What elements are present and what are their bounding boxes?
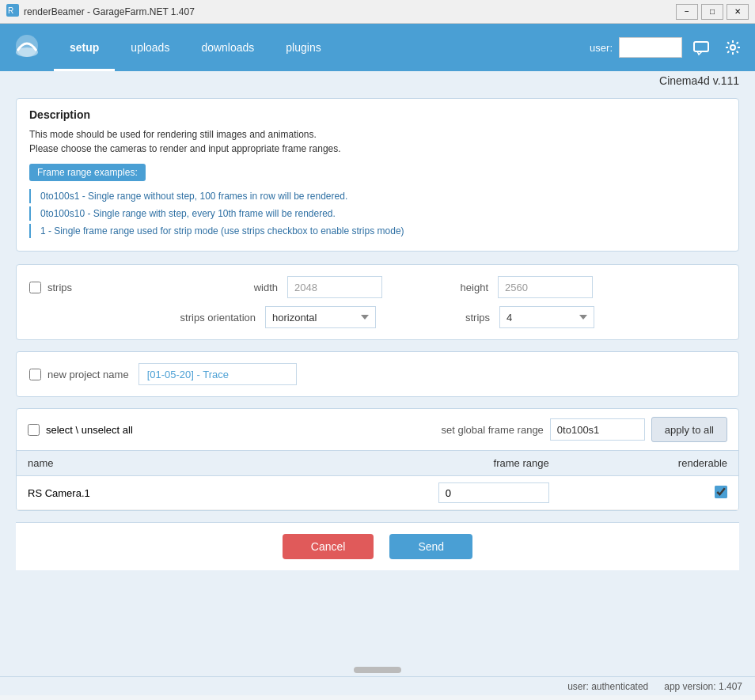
orientation-select[interactable]: horizontal vertical: [265, 306, 376, 328]
camera-name: RS Camera.1: [17, 476, 228, 510]
status-user: user: authenticated: [567, 681, 648, 692]
action-bar: Cancel Send: [16, 522, 739, 570]
frame-range-badge: Frame range examples:: [29, 164, 146, 181]
messages-button[interactable]: [689, 35, 714, 60]
app-logo: [9, 30, 44, 65]
col-name: name: [17, 451, 228, 476]
strips-count-select[interactable]: 2 4 8 16: [499, 306, 594, 328]
minimize-button[interactable]: −: [676, 4, 698, 20]
settings-button[interactable]: [720, 35, 746, 60]
select-all-checkbox[interactable]: [28, 424, 40, 436]
global-range-label: set global frame range: [441, 424, 543, 436]
scroll-thumb[interactable]: [354, 667, 401, 673]
example-item-2: 0to100s10 - Single range with step, ever…: [29, 206, 726, 221]
orientation-label: strips orientation: [161, 312, 256, 324]
description-text: This mode should be used for rendering s…: [29, 127, 726, 156]
project-name-label: new project name: [47, 369, 129, 380]
cancel-button[interactable]: Cancel: [283, 534, 374, 559]
version-bar: Cinema4d v.111: [0, 71, 755, 90]
col-renderable: renderable: [560, 451, 738, 476]
col-frame-range: frame range: [228, 451, 560, 476]
project-name-checkbox[interactable]: [29, 369, 41, 380]
width-input[interactable]: [287, 276, 382, 298]
description-box: Description This mode should be used for…: [16, 98, 739, 252]
frame-range-input[interactable]: [438, 482, 549, 503]
user-input[interactable]: [619, 37, 682, 58]
global-range-input[interactable]: [550, 418, 645, 441]
strips-checkbox[interactable]: [29, 282, 41, 293]
strips-count-label: strips: [427, 312, 490, 324]
navbar: setup uploads downloads plugins user:: [0, 24, 755, 71]
send-button[interactable]: Send: [389, 534, 472, 559]
renderable-checkbox[interactable]: [715, 486, 727, 498]
status-version: app version: 1.407: [664, 681, 742, 692]
example-item-3: 1 - Single frame range used for strip mo…: [29, 224, 726, 238]
strips-section: strips width height strips orientation h…: [16, 264, 739, 340]
height-input[interactable]: [498, 276, 593, 298]
main-content: Description This mode should be used for…: [0, 90, 755, 664]
close-button[interactable]: ✕: [727, 4, 749, 20]
svg-rect-5: [694, 42, 708, 51]
strips-label: strips: [47, 282, 72, 293]
select-all-label: select \ unselect all: [46, 424, 133, 436]
tab-setup[interactable]: setup: [54, 24, 115, 71]
svg-point-4: [16, 47, 38, 57]
tab-downloads[interactable]: downloads: [185, 24, 270, 71]
titlebar: R renderBeamer - GarageFarm.NET 1.407 − …: [0, 0, 755, 24]
app-icon: R: [6, 4, 19, 19]
camera-section: select \ unselect all set global frame r…: [16, 408, 739, 511]
svg-point-6: [730, 45, 735, 50]
version-label: Cinema4d v.111: [659, 74, 739, 87]
svg-text:R: R: [8, 6, 13, 15]
tab-plugins[interactable]: plugins: [270, 24, 336, 71]
project-name-input[interactable]: [138, 363, 297, 385]
width-label: width: [214, 282, 278, 293]
nav-tabs: setup uploads downloads plugins: [54, 24, 590, 71]
user-label: user:: [590, 42, 613, 54]
maximize-button[interactable]: □: [701, 4, 723, 20]
global-range-group: set global frame range apply to all: [441, 417, 727, 442]
apply-to-all-button[interactable]: apply to all: [651, 417, 727, 442]
status-bar: user: authenticated app version: 1.407: [0, 676, 755, 695]
example-item-1: 0to100s1 - Single range without step, 10…: [29, 189, 726, 203]
table-row: RS Camera.1: [17, 476, 738, 510]
example-list: 0to100s1 - Single range without step, 10…: [29, 189, 726, 238]
camera-toolbar: select \ unselect all set global frame r…: [17, 409, 738, 450]
camera-table: name frame range renderable RS Camera.1: [17, 450, 738, 510]
tab-uploads[interactable]: uploads: [115, 24, 185, 71]
window-title: renderBeamer - GarageFarm.NET 1.407: [24, 6, 195, 17]
project-section: new project name: [16, 351, 739, 397]
description-title: Description: [29, 108, 726, 121]
height-label: height: [425, 282, 488, 293]
scroll-hint: [0, 664, 755, 676]
